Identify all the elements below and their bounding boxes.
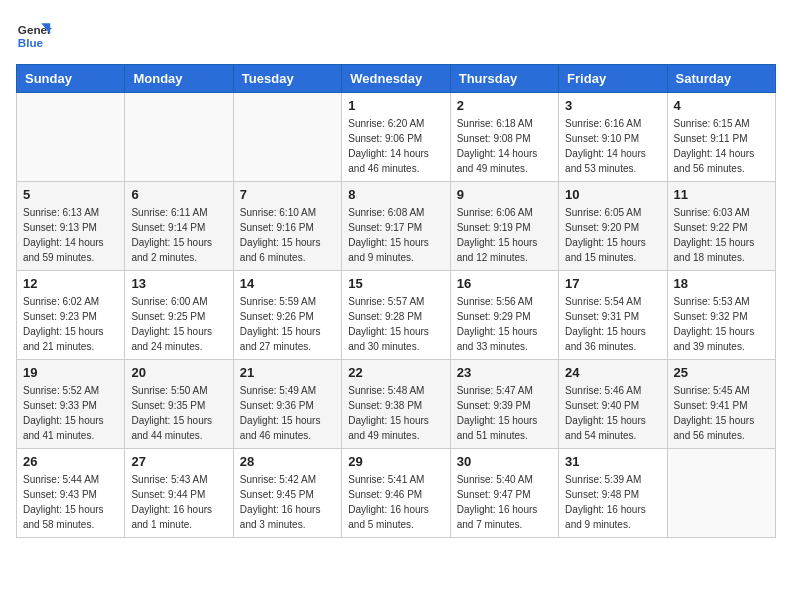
day-detail: Sunrise: 5:54 AMSunset: 9:31 PMDaylight:…	[565, 294, 660, 354]
day-number: 25	[674, 365, 769, 380]
day-detail: Sunrise: 5:45 AMSunset: 9:41 PMDaylight:…	[674, 383, 769, 443]
day-number: 5	[23, 187, 118, 202]
calendar-header-tuesday: Tuesday	[233, 65, 341, 93]
day-number: 21	[240, 365, 335, 380]
day-number: 8	[348, 187, 443, 202]
calendar-cell	[125, 93, 233, 182]
calendar-cell: 19Sunrise: 5:52 AMSunset: 9:33 PMDayligh…	[17, 360, 125, 449]
day-detail: Sunrise: 6:06 AMSunset: 9:19 PMDaylight:…	[457, 205, 552, 265]
calendar-cell: 16Sunrise: 5:56 AMSunset: 9:29 PMDayligh…	[450, 271, 558, 360]
day-number: 22	[348, 365, 443, 380]
day-number: 31	[565, 454, 660, 469]
day-number: 10	[565, 187, 660, 202]
calendar-cell	[17, 93, 125, 182]
day-detail: Sunrise: 6:20 AMSunset: 9:06 PMDaylight:…	[348, 116, 443, 176]
calendar-header-monday: Monday	[125, 65, 233, 93]
day-number: 15	[348, 276, 443, 291]
calendar-cell: 29Sunrise: 5:41 AMSunset: 9:46 PMDayligh…	[342, 449, 450, 538]
calendar-week-2: 5Sunrise: 6:13 AMSunset: 9:13 PMDaylight…	[17, 182, 776, 271]
day-number: 13	[131, 276, 226, 291]
day-number: 16	[457, 276, 552, 291]
calendar-cell: 30Sunrise: 5:40 AMSunset: 9:47 PMDayligh…	[450, 449, 558, 538]
calendar-cell: 5Sunrise: 6:13 AMSunset: 9:13 PMDaylight…	[17, 182, 125, 271]
day-number: 24	[565, 365, 660, 380]
day-detail: Sunrise: 5:40 AMSunset: 9:47 PMDaylight:…	[457, 472, 552, 532]
day-detail: Sunrise: 5:52 AMSunset: 9:33 PMDaylight:…	[23, 383, 118, 443]
day-detail: Sunrise: 6:08 AMSunset: 9:17 PMDaylight:…	[348, 205, 443, 265]
day-number: 23	[457, 365, 552, 380]
day-number: 30	[457, 454, 552, 469]
calendar-cell: 18Sunrise: 5:53 AMSunset: 9:32 PMDayligh…	[667, 271, 775, 360]
day-detail: Sunrise: 5:48 AMSunset: 9:38 PMDaylight:…	[348, 383, 443, 443]
day-detail: Sunrise: 5:49 AMSunset: 9:36 PMDaylight:…	[240, 383, 335, 443]
calendar-cell: 12Sunrise: 6:02 AMSunset: 9:23 PMDayligh…	[17, 271, 125, 360]
day-number: 17	[565, 276, 660, 291]
day-detail: Sunrise: 5:46 AMSunset: 9:40 PMDaylight:…	[565, 383, 660, 443]
day-number: 9	[457, 187, 552, 202]
logo: General Blue	[16, 16, 52, 52]
logo-icon: General Blue	[16, 16, 52, 52]
day-detail: Sunrise: 6:16 AMSunset: 9:10 PMDaylight:…	[565, 116, 660, 176]
day-number: 18	[674, 276, 769, 291]
day-detail: Sunrise: 6:11 AMSunset: 9:14 PMDaylight:…	[131, 205, 226, 265]
calendar-header-friday: Friday	[559, 65, 667, 93]
day-detail: Sunrise: 6:00 AMSunset: 9:25 PMDaylight:…	[131, 294, 226, 354]
day-detail: Sunrise: 5:50 AMSunset: 9:35 PMDaylight:…	[131, 383, 226, 443]
day-detail: Sunrise: 5:59 AMSunset: 9:26 PMDaylight:…	[240, 294, 335, 354]
calendar-cell: 9Sunrise: 6:06 AMSunset: 9:19 PMDaylight…	[450, 182, 558, 271]
calendar-cell: 2Sunrise: 6:18 AMSunset: 9:08 PMDaylight…	[450, 93, 558, 182]
calendar-cell: 10Sunrise: 6:05 AMSunset: 9:20 PMDayligh…	[559, 182, 667, 271]
day-number: 6	[131, 187, 226, 202]
day-detail: Sunrise: 6:15 AMSunset: 9:11 PMDaylight:…	[674, 116, 769, 176]
day-number: 14	[240, 276, 335, 291]
calendar-cell: 22Sunrise: 5:48 AMSunset: 9:38 PMDayligh…	[342, 360, 450, 449]
calendar-cell: 4Sunrise: 6:15 AMSunset: 9:11 PMDaylight…	[667, 93, 775, 182]
day-detail: Sunrise: 5:43 AMSunset: 9:44 PMDaylight:…	[131, 472, 226, 532]
day-number: 4	[674, 98, 769, 113]
calendar-cell: 23Sunrise: 5:47 AMSunset: 9:39 PMDayligh…	[450, 360, 558, 449]
calendar-cell: 31Sunrise: 5:39 AMSunset: 9:48 PMDayligh…	[559, 449, 667, 538]
day-detail: Sunrise: 5:57 AMSunset: 9:28 PMDaylight:…	[348, 294, 443, 354]
day-number: 3	[565, 98, 660, 113]
calendar-cell: 17Sunrise: 5:54 AMSunset: 9:31 PMDayligh…	[559, 271, 667, 360]
calendar-cell: 26Sunrise: 5:44 AMSunset: 9:43 PMDayligh…	[17, 449, 125, 538]
day-number: 20	[131, 365, 226, 380]
calendar-week-5: 26Sunrise: 5:44 AMSunset: 9:43 PMDayligh…	[17, 449, 776, 538]
calendar-cell: 1Sunrise: 6:20 AMSunset: 9:06 PMDaylight…	[342, 93, 450, 182]
calendar-week-4: 19Sunrise: 5:52 AMSunset: 9:33 PMDayligh…	[17, 360, 776, 449]
day-number: 12	[23, 276, 118, 291]
calendar-cell: 24Sunrise: 5:46 AMSunset: 9:40 PMDayligh…	[559, 360, 667, 449]
day-number: 2	[457, 98, 552, 113]
day-detail: Sunrise: 6:02 AMSunset: 9:23 PMDaylight:…	[23, 294, 118, 354]
day-detail: Sunrise: 5:56 AMSunset: 9:29 PMDaylight:…	[457, 294, 552, 354]
svg-text:Blue: Blue	[18, 36, 44, 49]
day-number: 28	[240, 454, 335, 469]
day-detail: Sunrise: 5:53 AMSunset: 9:32 PMDaylight:…	[674, 294, 769, 354]
day-number: 1	[348, 98, 443, 113]
calendar-cell: 15Sunrise: 5:57 AMSunset: 9:28 PMDayligh…	[342, 271, 450, 360]
calendar-cell: 3Sunrise: 6:16 AMSunset: 9:10 PMDaylight…	[559, 93, 667, 182]
calendar-cell: 20Sunrise: 5:50 AMSunset: 9:35 PMDayligh…	[125, 360, 233, 449]
calendar-cell: 25Sunrise: 5:45 AMSunset: 9:41 PMDayligh…	[667, 360, 775, 449]
calendar-cell: 8Sunrise: 6:08 AMSunset: 9:17 PMDaylight…	[342, 182, 450, 271]
calendar-header-sunday: Sunday	[17, 65, 125, 93]
calendar-cell: 11Sunrise: 6:03 AMSunset: 9:22 PMDayligh…	[667, 182, 775, 271]
day-detail: Sunrise: 6:13 AMSunset: 9:13 PMDaylight:…	[23, 205, 118, 265]
day-detail: Sunrise: 6:05 AMSunset: 9:20 PMDaylight:…	[565, 205, 660, 265]
day-number: 26	[23, 454, 118, 469]
calendar-week-3: 12Sunrise: 6:02 AMSunset: 9:23 PMDayligh…	[17, 271, 776, 360]
calendar-cell	[233, 93, 341, 182]
page-header: General Blue	[16, 16, 776, 52]
calendar-cell	[667, 449, 775, 538]
day-detail: Sunrise: 5:47 AMSunset: 9:39 PMDaylight:…	[457, 383, 552, 443]
calendar-cell: 7Sunrise: 6:10 AMSunset: 9:16 PMDaylight…	[233, 182, 341, 271]
calendar-cell: 21Sunrise: 5:49 AMSunset: 9:36 PMDayligh…	[233, 360, 341, 449]
day-number: 11	[674, 187, 769, 202]
day-number: 27	[131, 454, 226, 469]
day-detail: Sunrise: 5:39 AMSunset: 9:48 PMDaylight:…	[565, 472, 660, 532]
calendar-cell: 27Sunrise: 5:43 AMSunset: 9:44 PMDayligh…	[125, 449, 233, 538]
calendar-table: SundayMondayTuesdayWednesdayThursdayFrid…	[16, 64, 776, 538]
calendar-header-wednesday: Wednesday	[342, 65, 450, 93]
day-number: 7	[240, 187, 335, 202]
calendar-cell: 28Sunrise: 5:42 AMSunset: 9:45 PMDayligh…	[233, 449, 341, 538]
